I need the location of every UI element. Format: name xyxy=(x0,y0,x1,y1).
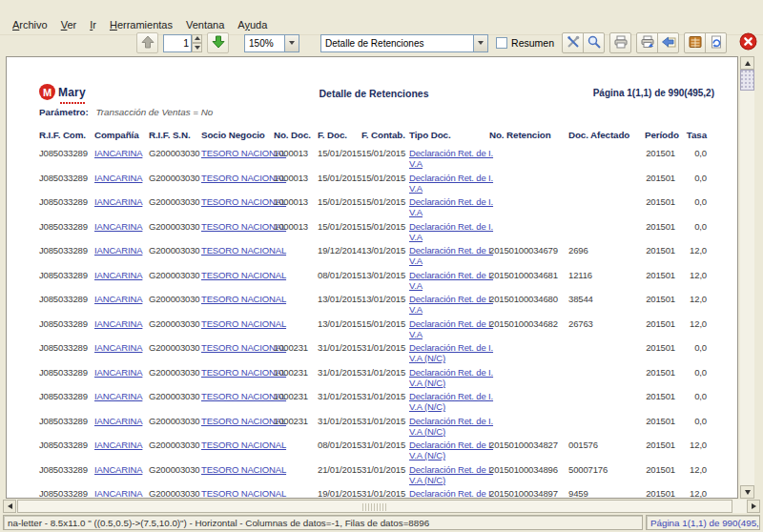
cell-doc-afectado xyxy=(568,367,645,392)
cell-rif-com: J085033289 xyxy=(39,173,94,197)
cell-tipo-doc-link[interactable]: Declaración Ret. de I.V.A xyxy=(409,148,489,169)
cell-compania-link[interactable]: IANCARINA xyxy=(94,342,142,353)
cell-tipo-doc-link[interactable]: Declaración Ret. de I.V.A (N/C) xyxy=(409,367,489,388)
cell-tipo-doc-link[interactable]: Declaración Ret. de I.V.A xyxy=(409,270,489,291)
cell-no-doc: 1000231 xyxy=(274,342,318,367)
zoom-combo[interactable]: 150% xyxy=(244,34,299,52)
status-page-format: na-letter - 8.5x11.0 " ((0.5,0.5)->(7.5,… xyxy=(3,515,643,530)
cell-compania-link[interactable]: IANCARINA xyxy=(94,318,142,329)
cell-tipo-doc-link[interactable]: Declaración Ret. de I.V.A (N/C) xyxy=(409,464,489,485)
scroll-right-button[interactable] xyxy=(747,500,760,513)
cell-compania-link[interactable]: IANCARINA xyxy=(94,221,142,232)
cell-doc-afectado xyxy=(568,221,645,246)
menu-ir[interactable]: Ir xyxy=(90,19,96,31)
cell-no-doc: 1000231 xyxy=(274,391,318,416)
page-number-input[interactable] xyxy=(163,34,192,52)
table-row: J085033289 IANCARINA G200003030 TESORO N… xyxy=(39,416,707,440)
previous-page-button[interactable] xyxy=(136,32,158,53)
cell-rif-com: J085033289 xyxy=(39,196,94,221)
cell-tipo-doc-link[interactable]: Declaración Ret. de I.V.A xyxy=(409,294,489,315)
cell-compania-link[interactable]: IANCARINA xyxy=(94,270,142,280)
cell-rif-sn: G200003030 xyxy=(149,416,201,440)
cell-periodo: 201501 xyxy=(645,367,675,392)
report-selector-value: Detalle de Retenciones xyxy=(320,34,473,52)
table-row: J085033289 IANCARINA G200003030 TESORO N… xyxy=(39,391,707,416)
vertical-scrollbar[interactable] xyxy=(740,56,754,499)
print-export-button[interactable] xyxy=(636,32,658,53)
menu-ayuda[interactable]: Ayuda xyxy=(237,19,267,31)
page-spin-up-button[interactable] xyxy=(192,34,202,44)
cell-tipo-doc-link[interactable]: Declaración Ret. de I.V.A xyxy=(409,221,489,242)
search-button[interactable] xyxy=(583,32,605,53)
mail-export-button[interactable] xyxy=(657,32,679,53)
report-selector-combo[interactable]: Detalle de Retenciones xyxy=(320,34,488,52)
cell-no-doc: 1000013 xyxy=(274,173,318,197)
menu-ver[interactable]: Ver xyxy=(61,19,77,31)
cell-no-retencion: 20150100034827 xyxy=(489,440,568,464)
cell-rif-com: J085033289 xyxy=(39,367,94,392)
cell-f-contab: 15/01/2015 xyxy=(361,318,409,343)
cell-no-retencion: 20150100034681 xyxy=(489,270,568,295)
cell-no-retencion: 20150100034897 xyxy=(489,488,568,499)
cell-no-doc xyxy=(274,464,318,489)
cell-f-contab: 31/01/2015 xyxy=(361,488,409,499)
cell-compania-link[interactable]: IANCARINA xyxy=(94,416,142,426)
cell-compania-link[interactable]: IANCARINA xyxy=(94,464,142,475)
horizontal-scrollbar[interactable] xyxy=(3,500,760,513)
horizontal-scroll-thumb[interactable] xyxy=(17,500,732,513)
menu-archivo[interactable]: Archivo xyxy=(12,19,48,31)
status-bar: na-letter - 8.5x11.0 " ((0.5,0.5)->(7.5,… xyxy=(3,515,760,530)
scroll-up-button[interactable] xyxy=(740,56,754,70)
cell-periodo: 201501 xyxy=(645,318,675,343)
close-button[interactable] xyxy=(737,32,758,53)
cell-compania-link[interactable]: IANCARINA xyxy=(94,245,142,256)
cell-tipo-doc-link[interactable]: Declaración Ret. de I.V.A xyxy=(409,196,489,217)
cell-no-doc xyxy=(274,318,318,343)
tools-button[interactable] xyxy=(562,32,584,53)
refresh-button[interactable] xyxy=(705,32,727,53)
tools-icon xyxy=(566,34,581,52)
cell-compania-link[interactable]: IANCARINA xyxy=(94,173,142,183)
scroll-down-button[interactable] xyxy=(740,485,754,499)
cell-tipo-doc-link[interactable]: Declaración Ret. de I.V.A xyxy=(409,318,489,339)
vertical-scroll-thumb[interactable] xyxy=(740,70,754,91)
cell-f-doc: 19/01/2015 xyxy=(318,488,361,499)
cell-compania-link[interactable]: IANCARINA xyxy=(94,367,142,378)
cell-no-retencion xyxy=(489,196,568,221)
print-button[interactable] xyxy=(609,32,631,53)
export-table-button[interactable] xyxy=(684,32,706,53)
menu-ventana[interactable]: Ventana xyxy=(186,19,224,31)
cell-compania-link[interactable]: IANCARINA xyxy=(94,488,142,499)
cell-tipo-doc-link[interactable]: Declaración Ret. de I.V.A (N/C) xyxy=(409,416,489,437)
cell-tipo-doc-link[interactable]: Declaración Ret. de I.V.A xyxy=(409,245,489,266)
cell-f-contab: 15/01/2015 xyxy=(361,221,409,246)
resumen-checkbox[interactable] xyxy=(496,37,507,49)
cell-rif-sn: G200003030 xyxy=(149,367,201,392)
page-number-spinner xyxy=(163,34,202,52)
col-socio-negocio: Socio Negocio xyxy=(201,130,274,140)
report-dropdown-button[interactable] xyxy=(473,34,488,52)
next-page-button[interactable] xyxy=(207,32,229,53)
col-tasa: Tasa xyxy=(675,130,707,140)
cell-compania-link[interactable]: IANCARINA xyxy=(94,148,142,158)
cell-tipo-doc-link[interactable]: Declaración Ret. de I.V.A (N/C) xyxy=(409,488,489,499)
cell-compania-link[interactable]: IANCARINA xyxy=(94,196,142,207)
cell-tasa: 12,0 xyxy=(675,245,707,270)
cell-no-doc: 1000231 xyxy=(274,367,318,392)
cell-compania-link[interactable]: IANCARINA xyxy=(94,391,142,401)
cell-f-doc: 15/01/2015 xyxy=(318,196,361,221)
cell-compania-link[interactable]: IANCARINA xyxy=(94,440,142,450)
zoom-dropdown-button[interactable] xyxy=(284,34,299,52)
page-spin-down-button[interactable] xyxy=(192,43,202,52)
scroll-left-button[interactable] xyxy=(3,500,16,513)
menu-herramientas[interactable]: Herramientas xyxy=(110,19,173,31)
cell-compania-link[interactable]: IANCARINA xyxy=(94,294,142,304)
cell-tipo-doc-link[interactable]: Declaración Ret. de I.V.A (N/C) xyxy=(409,391,489,412)
cell-no-doc: 1000013 xyxy=(274,221,318,246)
cell-tipo-doc-link[interactable]: Declaración Ret. de I.V.A xyxy=(409,173,489,194)
cell-tipo-doc-link[interactable]: Declaración Ret. de I.V.A (N/C) xyxy=(409,440,489,460)
report-header: M Mary Detalle de Retenciones Página 1(1… xyxy=(33,82,714,105)
scroll-grip xyxy=(362,503,387,511)
cell-tasa: 12,0 xyxy=(675,464,707,489)
cell-tipo-doc-link[interactable]: Declaración Ret. de I.V.A (N/C) xyxy=(409,342,489,363)
